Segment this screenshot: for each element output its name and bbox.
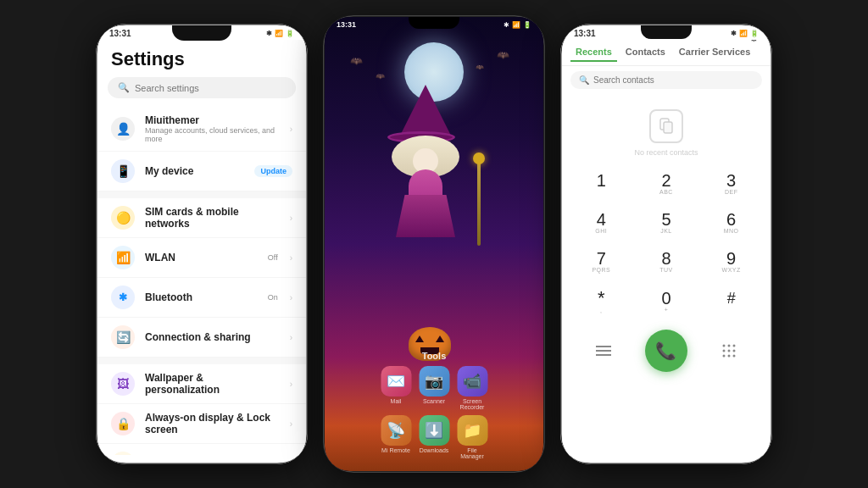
battery-icon: 🔋 <box>286 30 294 37</box>
item-title: Bluetooth <box>145 291 258 303</box>
settings-search-bar[interactable]: 🔍 <box>108 77 296 98</box>
svg-point-9 <box>727 350 730 352</box>
key-2[interactable]: 2 ABC <box>634 165 699 204</box>
battery-icon: 🔋 <box>523 21 531 29</box>
list-item[interactable]: 🟡 SIM cards & mobile networks › <box>97 198 306 238</box>
settings-phone: 13:31 ✱ 📶 🔋 Settings 🔍 👤 Miuithemer Mana… <box>96 24 308 464</box>
key-num: 9 <box>726 250 736 267</box>
key-hash[interactable]: # <box>698 282 764 323</box>
list-item[interactable]: 👤 Miuithemer Manage accounts, cloud serv… <box>97 107 306 152</box>
list-item[interactable]: ✱ Bluetooth On › <box>97 278 306 318</box>
key-6[interactable]: 6 MNO <box>698 204 764 243</box>
call-button[interactable]: 📞 <box>645 330 687 372</box>
list-item[interactable]: 📶 WLAN Off › <box>97 238 306 278</box>
connection-icon: 🔄 <box>111 325 135 349</box>
file-manager-icon: 📁 <box>457 415 487 446</box>
list-item[interactable]: 🔒 Always-on display & Lock screen › <box>97 404 306 444</box>
downloads-icon: ⬇️ <box>419 415 449 446</box>
key-num: 7 <box>597 250 606 267</box>
key-5[interactable]: 5 JKL <box>634 204 699 243</box>
item-title: My device <box>145 165 244 177</box>
scanner-app-icon: 📷 <box>419 366 449 396</box>
hat-shape <box>400 85 451 136</box>
tab-recents[interactable]: Recents <box>570 43 617 62</box>
app-item[interactable]: ✉️ Mail <box>380 366 413 410</box>
key-letters: TUV <box>659 267 673 275</box>
signal-icon: 📶 <box>512 21 520 29</box>
bat-icon: 🦇 <box>497 49 509 61</box>
app-item[interactable]: 📁 File Manager <box>456 415 489 459</box>
list-item[interactable]: 🔄 Connection & sharing › <box>97 318 306 358</box>
game-status-icons: ✱ 📶 🔋 <box>504 20 531 29</box>
signal-icon: 📶 <box>275 30 283 37</box>
item-title: Wallpaper & personalization <box>145 372 280 396</box>
settings-title: Settings <box>97 40 306 77</box>
svg-point-6 <box>727 345 730 347</box>
menu-button[interactable] <box>588 336 619 366</box>
tab-carrier-services[interactable]: Carrier Services <box>674 43 755 62</box>
notch-2 <box>409 17 459 29</box>
keypad: 1 2 ABC 3 DEF 4 GHI 5 JKL <box>562 165 771 323</box>
bat-icon: 🦇 <box>476 64 484 71</box>
key-num: # <box>727 291 736 306</box>
time-3: 13:31 <box>574 29 596 38</box>
key-7[interactable]: 7 PQRS <box>569 243 634 282</box>
key-letters: , <box>600 308 602 316</box>
app-label: Screen Recorder <box>456 398 489 410</box>
key-letters: ABC <box>659 189 673 197</box>
list-item[interactable]: ☀️ Display › <box>97 444 306 455</box>
item-title: SIM cards & mobile networks <box>145 206 280 230</box>
sim-icon: 🟡 <box>111 206 135 230</box>
list-item[interactable]: 📱 My device Update <box>97 152 306 191</box>
mail-app-icon: ✉️ <box>381 366 411 396</box>
contacts-search-bar[interactable]: 🔍 <box>570 71 762 89</box>
keypad-toggle-button[interactable] <box>714 336 744 366</box>
chevron-icon: › <box>290 253 292 263</box>
wlan-icon: 📶 <box>111 246 135 269</box>
divider <box>97 191 306 198</box>
folder-label: Tools <box>380 351 489 361</box>
dialer-content: Recents Contacts Carrier Services 🔍 No <box>562 40 771 455</box>
svg-point-8 <box>722 350 725 352</box>
app-item[interactable]: 📷 Scanner <box>418 366 451 410</box>
chevron-icon: › <box>290 333 292 342</box>
recents-tab-label: Recents <box>576 47 612 57</box>
key-8[interactable]: 8 TUV <box>634 243 699 282</box>
svg-point-11 <box>722 355 725 358</box>
app-grid: ✉️ Mail 📷 Scanner 📹 Screen Recorder 📡 Mi… <box>380 366 489 459</box>
key-3[interactable]: 3 DEF <box>698 165 764 204</box>
wlan-status: Off <box>268 253 278 262</box>
app-item[interactable]: ⬇️ Downloads <box>418 415 451 459</box>
key-star[interactable]: * , <box>569 282 634 323</box>
tab-contacts[interactable]: Contacts <box>620 43 670 62</box>
key-letters: + <box>665 307 669 315</box>
key-num: 3 <box>726 172 736 189</box>
bt-icon: ✱ <box>504 21 509 29</box>
key-1[interactable]: 1 <box>569 165 634 204</box>
game-phone: 🦇 🦇 🦇 🦇 13:31 ✱ 📶 🔋 <box>323 15 545 473</box>
app-label: Downloads <box>420 447 449 453</box>
list-item[interactable]: 🖼 Wallpaper & personalization › <box>97 364 306 404</box>
apps-folder: Tools ✉️ Mail 📷 Scanner 📹 Screen Recorde… <box>380 351 489 459</box>
chevron-icon: › <box>290 293 292 302</box>
key-letters: WXYZ <box>722 267 741 275</box>
key-letters <box>600 189 602 197</box>
app-item[interactable]: 📡 Mi Remote <box>380 415 413 459</box>
key-4[interactable]: 4 GHI <box>569 204 634 243</box>
bluetooth-icon: ✱ <box>111 286 135 309</box>
game-background: 🦇 🦇 🦇 🦇 13:31 ✱ 📶 🔋 <box>325 17 543 471</box>
key-0[interactable]: 0 + <box>634 282 699 323</box>
key-9[interactable]: 9 WXYZ <box>698 243 764 282</box>
svg-point-12 <box>727 355 730 358</box>
svg-point-13 <box>732 355 735 358</box>
chevron-icon: › <box>290 380 292 389</box>
contacts-tab-label: Contacts <box>626 47 665 57</box>
search-icon: 🔍 <box>118 82 130 93</box>
search-input[interactable] <box>135 83 286 93</box>
update-badge[interactable]: Update <box>254 165 292 177</box>
mi-remote-icon: 📡 <box>381 415 411 446</box>
app-item[interactable]: 📹 Screen Recorder <box>456 366 489 410</box>
status-icons-1: ✱ 📶 🔋 <box>266 30 294 37</box>
key-letters: DEF <box>725 189 738 197</box>
contacts-search-input[interactable] <box>593 75 754 85</box>
